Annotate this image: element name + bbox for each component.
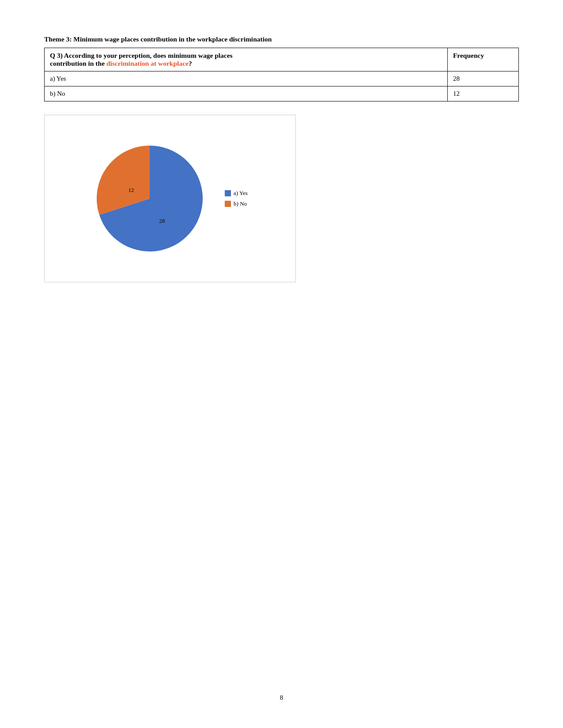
no-label-cell: b) No: [45, 86, 448, 101]
question-highlight: discrimination at workplace: [106, 60, 189, 67]
legend-yes-color: [225, 190, 231, 196]
legend-no-label: b) No: [234, 200, 247, 207]
chart-inner: 12 28 a) Yes b) No: [92, 141, 248, 256]
no-pie-label: 12: [128, 187, 134, 193]
legend-no-item: b) No: [225, 200, 248, 207]
question-header-cell: Q 3) According to your perception, does …: [45, 48, 448, 71]
question-text: Q 3) According to your perception, does …: [50, 52, 233, 59]
frequency-header-cell: Frequency: [447, 48, 518, 71]
page-number: 8: [280, 694, 283, 702]
yes-value-cell: 28: [447, 71, 518, 86]
pie-chart: 12 28: [92, 141, 207, 256]
legend-yes-item: a) Yes: [225, 190, 248, 197]
theme-title: Theme 3: Minimum wage places contributio…: [44, 35, 519, 43]
question-continuation: contribution in the: [50, 60, 106, 67]
legend-no-color: [225, 201, 231, 207]
chart-container: 12 28 a) Yes b) No: [44, 115, 296, 282]
legend-yes-label: a) Yes: [234, 190, 248, 197]
no-value-cell: 12: [447, 86, 518, 101]
table-header-row: Q 3) According to your perception, does …: [45, 48, 519, 71]
question-end: ?: [189, 60, 192, 67]
table-row: b) No 12: [45, 86, 519, 101]
table-row: a) Yes 28: [45, 71, 519, 86]
data-table: Q 3) According to your perception, does …: [44, 48, 519, 101]
yes-label-cell: a) Yes: [45, 71, 448, 86]
yes-pie-label: 28: [159, 218, 165, 224]
chart-legend: a) Yes b) No: [225, 190, 248, 207]
pie-svg: 12 28: [92, 141, 207, 256]
